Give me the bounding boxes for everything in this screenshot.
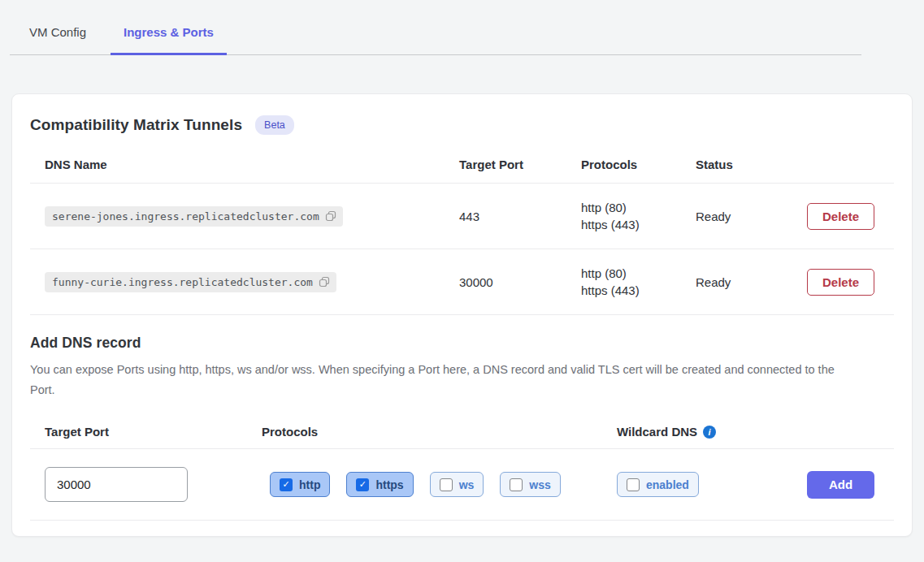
add-button[interactable]: Add	[807, 471, 874, 499]
checkbox-wildcard-enabled[interactable]: enabled	[617, 472, 699, 497]
card-header: Compatibility Matrix Tunnels Beta	[30, 114, 894, 135]
tab-ingress-ports[interactable]: Ingress & Ports	[111, 7, 227, 54]
copy-icon[interactable]	[319, 276, 330, 287]
checkbox-https-label: https	[375, 478, 403, 491]
checkbox-wss[interactable]: wss	[500, 472, 560, 497]
dns-name-pill: serene-jones.ingress.replicatedcluster.c…	[45, 206, 343, 227]
tunnels-table: DNS Name Target Port Protocols Status se…	[30, 146, 894, 315]
protocols-cell: http (80) https (443)	[581, 199, 696, 233]
beta-badge: Beta	[255, 115, 294, 135]
protocol-line: http (80)	[581, 265, 696, 282]
table-row: funny-curie.ingress.replicatedcluster.co…	[30, 249, 894, 315]
table-row: serene-jones.ingress.replicatedcluster.c…	[30, 184, 894, 249]
empty-checkbox-icon	[627, 478, 640, 491]
target-port-value: 443	[459, 210, 581, 223]
checkbox-enabled-label: enabled	[646, 478, 689, 491]
checkmark-icon: ✓	[356, 478, 369, 491]
add-dns-record-description: You can expose Ports using http, https, …	[30, 360, 847, 400]
checkbox-https[interactable]: ✓ https	[346, 472, 413, 497]
card-title: Compatibility Matrix Tunnels	[30, 116, 242, 134]
empty-checkbox-icon	[440, 478, 453, 491]
header-status: Status	[696, 158, 807, 171]
dns-name-pill: funny-curie.ingress.replicatedcluster.co…	[45, 272, 336, 292]
protocol-line: https (443)	[581, 282, 696, 299]
form-header-target-port: Target Port	[45, 425, 262, 439]
checkbox-ws[interactable]: ws	[430, 472, 484, 497]
protocols-cell: http (80) https (443)	[581, 265, 696, 299]
target-port-input[interactable]	[45, 467, 188, 502]
header-protocols: Protocols	[581, 158, 696, 171]
dns-name-text: serene-jones.ingress.replicatedcluster.c…	[52, 210, 319, 223]
add-form-row: ✓ http ✓ https ws wss enabled Add	[30, 449, 894, 521]
protocol-line: http (80)	[581, 199, 696, 216]
status-value: Ready	[696, 210, 807, 223]
card-bottom-spacer	[30, 521, 894, 536]
form-header-wildcard-dns: Wildcard DNS i	[617, 425, 807, 439]
checkbox-http-label: http	[299, 478, 320, 491]
tab-bar: VM Config Ingress & Ports	[10, 0, 861, 55]
form-header-protocols: Protocols	[262, 425, 617, 439]
copy-icon[interactable]	[325, 210, 336, 222]
checkbox-http[interactable]: ✓ http	[270, 472, 330, 497]
empty-checkbox-icon	[510, 478, 523, 491]
header-target-port: Target Port	[459, 158, 581, 171]
checkmark-icon: ✓	[280, 478, 293, 491]
delete-button[interactable]: Delete	[807, 269, 874, 296]
protocol-line: https (443)	[581, 216, 696, 233]
status-value: Ready	[696, 275, 807, 289]
table-header-row: DNS Name Target Port Protocols Status	[30, 146, 894, 184]
header-dns-name: DNS Name	[45, 158, 459, 171]
protocol-checkbox-group: ✓ http ✓ https ws wss	[270, 472, 617, 497]
wildcard-dns-label: Wildcard DNS	[617, 425, 697, 439]
dns-name-text: funny-curie.ingress.replicatedcluster.co…	[52, 276, 313, 288]
add-form-header-row: Target Port Protocols Wildcard DNS i	[30, 415, 894, 449]
checkbox-ws-label: ws	[459, 478, 475, 491]
add-dns-record-title: Add DNS record	[30, 335, 894, 352]
target-port-value: 30000	[459, 275, 581, 289]
tab-vm-config[interactable]: VM Config	[16, 7, 99, 54]
checkbox-wss-label: wss	[529, 478, 550, 491]
info-icon[interactable]: i	[703, 426, 716, 439]
delete-button[interactable]: Delete	[807, 203, 874, 230]
tunnels-card: Compatibility Matrix Tunnels Beta DNS Na…	[11, 93, 913, 537]
